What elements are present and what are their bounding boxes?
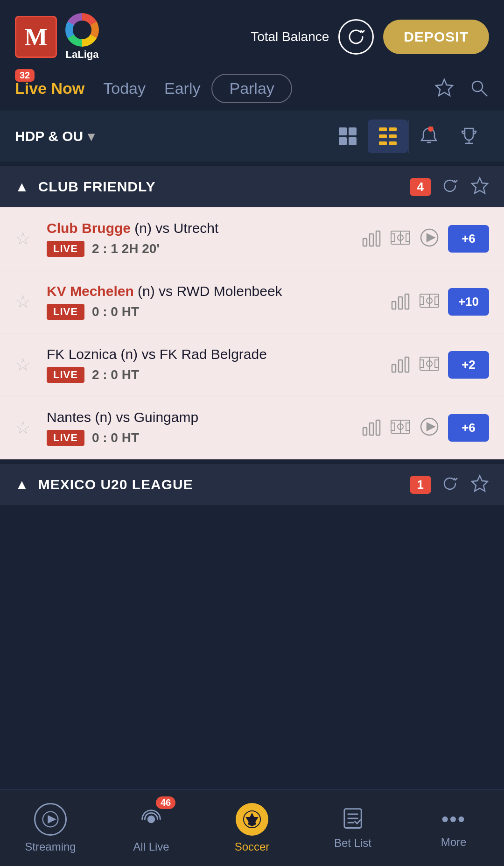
list-view-button[interactable] xyxy=(368,120,408,153)
collapse-button-mexico-u20[interactable]: ▲ xyxy=(15,477,29,493)
match-title-4: Nantes (n) vs Guingamp xyxy=(47,409,350,425)
nav-item-all-live[interactable]: 46 All Live xyxy=(101,790,202,866)
svg-rect-8 xyxy=(389,127,397,131)
svg-rect-42 xyxy=(420,360,424,367)
league-header-mexico-u20: ▲ MEXICO U20 LEAGUE 1 xyxy=(0,464,504,505)
svg-rect-36 xyxy=(392,365,396,372)
match-actions-1: +6 xyxy=(361,225,489,253)
svg-rect-20 xyxy=(376,231,380,246)
svg-rect-6 xyxy=(349,137,357,145)
svg-marker-53 xyxy=(427,423,434,430)
league-actions-club-friendly xyxy=(441,176,489,197)
svg-rect-10 xyxy=(389,134,397,138)
more-markets-button-3[interactable]: +2 xyxy=(448,351,489,379)
live-now-tab-wrap: 32 Live Now xyxy=(15,79,84,98)
live-badge-3: LIVE xyxy=(47,367,84,383)
laliga-circle-icon xyxy=(65,13,99,47)
all-live-badge: 46 xyxy=(156,796,175,809)
svg-rect-25 xyxy=(406,234,410,241)
field-icon-2[interactable] xyxy=(419,290,440,313)
match-actions-3: +2 xyxy=(390,351,489,379)
svg-marker-17 xyxy=(472,178,488,193)
collapse-button-club-friendly[interactable]: ▲ xyxy=(15,179,29,195)
play-icon-4[interactable] xyxy=(419,416,440,439)
favorite-star-1[interactable]: ☆ xyxy=(15,228,35,249)
team1-label-3: FK Loznica (n) vs FK Rad Belgrade xyxy=(47,346,267,362)
svg-point-1 xyxy=(472,81,483,92)
laliga-logo: LaLiga xyxy=(65,13,99,61)
svg-marker-56 xyxy=(48,816,55,823)
live-badge-1: LIVE xyxy=(47,241,84,257)
svg-rect-46 xyxy=(376,420,380,435)
deposit-button[interactable]: DEPOSIT xyxy=(383,20,489,54)
nav-item-soccer[interactable]: Soccer xyxy=(202,790,302,866)
star-icon[interactable] xyxy=(434,77,455,100)
team2-label-2: (n) vs RWD Molenbeek xyxy=(138,283,282,299)
refresh-icon xyxy=(347,28,365,46)
refresh-league-icon-2[interactable] xyxy=(441,474,459,495)
team1-link-1[interactable]: Club Brugge xyxy=(47,220,131,236)
field-icon-3[interactable] xyxy=(419,353,440,376)
play-icon-1[interactable] xyxy=(419,227,440,250)
trophy-icon-button[interactable] xyxy=(449,120,489,153)
star-league-icon[interactable] xyxy=(470,176,489,197)
match-info-3: FK Loznica (n) vs FK Rad Belgrade LIVE 2… xyxy=(47,346,379,383)
more-markets-button-2[interactable]: +10 xyxy=(448,288,489,316)
favorite-star-3[interactable]: ☆ xyxy=(15,354,35,375)
logo-m-icon: M xyxy=(15,16,57,58)
laliga-text: LaLiga xyxy=(66,49,99,61)
stats-icon-4[interactable] xyxy=(361,416,382,439)
svg-marker-27 xyxy=(427,234,434,241)
star-league-icon-2[interactable] xyxy=(470,474,489,495)
more-icon: ••• xyxy=(441,808,466,831)
team1-link-2[interactable]: KV Mechelen xyxy=(47,283,134,299)
nav-item-bet-list[interactable]: Bet List xyxy=(302,790,403,866)
tab-early[interactable]: Early xyxy=(164,76,200,101)
match-actions-4: +6 xyxy=(361,414,489,442)
stats-icon-2[interactable] xyxy=(390,290,411,313)
live-now-badge: 32 xyxy=(15,69,35,82)
svg-rect-30 xyxy=(405,294,409,309)
svg-rect-34 xyxy=(420,297,424,304)
match-title-2: KV Mechelen (n) vs RWD Molenbeek xyxy=(47,283,379,299)
all-live-label: All Live xyxy=(133,840,169,853)
more-label: More xyxy=(441,836,467,849)
match-status-row-1: LIVE 2 : 1 2H 20' xyxy=(47,241,350,257)
favorite-star-2[interactable]: ☆ xyxy=(15,291,35,312)
field-icon-4[interactable] xyxy=(390,416,411,439)
tab-parlay[interactable]: Parlay xyxy=(211,74,292,103)
svg-marker-0 xyxy=(436,79,453,96)
bell-icon-button[interactable] xyxy=(409,120,449,153)
svg-rect-24 xyxy=(391,234,395,241)
soccer-icon xyxy=(236,803,268,836)
hdp-ou-button[interactable]: HDP & OU ▾ xyxy=(15,128,94,144)
match-score-time-1: 2 : 1 2H 20' xyxy=(92,241,160,256)
nav-item-streaming[interactable]: Streaming xyxy=(0,790,101,866)
refresh-league-icon[interactable] xyxy=(441,176,459,197)
more-markets-button-4[interactable]: +6 xyxy=(448,414,489,442)
refresh-button[interactable] xyxy=(338,19,374,55)
tab-today[interactable]: Today xyxy=(103,76,146,101)
svg-rect-51 xyxy=(406,423,410,430)
grid-view-button[interactable] xyxy=(328,120,368,153)
more-markets-button-1[interactable]: +6 xyxy=(448,225,489,253)
match-card-kv-mechelen: ☆ KV Mechelen (n) vs RWD Molenbeek LIVE … xyxy=(0,270,504,333)
league-actions-mexico-u20 xyxy=(441,474,489,495)
league-name-mexico-u20: MEXICO U20 LEAGUE xyxy=(38,477,400,493)
stats-icon-3[interactable] xyxy=(390,353,411,376)
nav-item-more[interactable]: ••• More xyxy=(403,790,504,866)
stats-icon-1[interactable] xyxy=(361,227,382,250)
svg-rect-4 xyxy=(349,127,357,135)
svg-rect-35 xyxy=(435,297,439,304)
match-info-2: KV Mechelen (n) vs RWD Molenbeek LIVE 0 … xyxy=(47,283,379,320)
svg-marker-54 xyxy=(472,476,488,491)
header: M LaLiga Total Balance DEPOSIT xyxy=(0,0,504,70)
favorite-star-4[interactable]: ☆ xyxy=(15,417,35,438)
chevron-down-icon: ▾ xyxy=(88,129,94,144)
svg-rect-5 xyxy=(339,137,347,145)
svg-rect-43 xyxy=(435,360,439,367)
svg-rect-3 xyxy=(339,127,347,135)
search-icon[interactable] xyxy=(469,77,489,100)
field-icon-1[interactable] xyxy=(390,227,411,250)
bet-list-icon xyxy=(341,807,364,832)
